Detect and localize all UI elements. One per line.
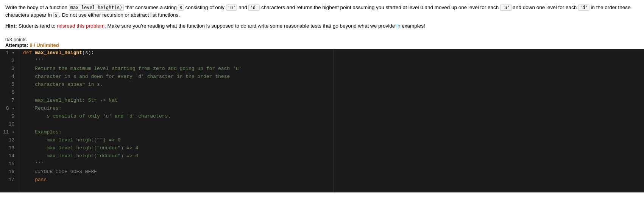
line-num-15: 15 xyxy=(3,160,16,168)
code-editor-wrapper: 1 ▾ 2 3 4 5 6 7 8 ▾ 9 10 11 ▾ 12 13 14 1… xyxy=(0,49,644,192)
code-line-5: characters appear in s. xyxy=(23,81,333,88)
line-num-11: 11 ▾ xyxy=(3,128,16,136)
attempts-value: 0 / Unlimited xyxy=(30,42,59,48)
line-num-9: 9 xyxy=(3,112,16,120)
line-num-1: 1 ▾ xyxy=(3,49,16,57)
code-line-6 xyxy=(23,88,333,96)
points-text: 0/3 points xyxy=(5,37,639,42)
hint-text: Hint: Students tend to misread this prob… xyxy=(5,22,639,30)
line-num-10: 10 xyxy=(3,120,16,128)
right-panel xyxy=(334,49,644,192)
char-u-code: 'u' xyxy=(226,5,237,11)
line-num-13: 13 xyxy=(3,144,16,152)
code-editor[interactable]: 1 ▾ 2 3 4 5 6 7 8 ▾ 9 10 11 ▾ 12 13 14 1… xyxy=(0,49,644,192)
line-num-16: 16 xyxy=(3,168,16,176)
code-line-9: s consists of only 'u' and 'd' character… xyxy=(23,112,333,120)
line-num-8: 8 ▾ xyxy=(3,104,16,112)
attempts-label: Attempts: xyxy=(5,42,28,48)
line-num-3: 3 xyxy=(3,65,16,73)
attempts-text: Attempts: 0 / Unlimited xyxy=(5,42,639,48)
code-content[interactable]: def max_level_height(s): ''' Returns the… xyxy=(19,49,333,192)
code-line-12: max_level_height("") => 0 xyxy=(23,136,333,144)
description-text: Write the body of a function max_level_h… xyxy=(5,4,639,19)
code-line-8: Requires: xyxy=(23,104,333,112)
hint-red-text: misread this problem xyxy=(57,23,104,29)
param-s-code: s xyxy=(178,5,184,11)
char-d-code: 'd' xyxy=(248,5,260,11)
code-line-16: ##YOUR CODE GOES HERE xyxy=(23,168,333,176)
char-d-code2: 'd' xyxy=(578,5,589,11)
line-num-12: 12 xyxy=(3,136,16,144)
code-line-11: Examples: xyxy=(23,128,333,136)
points-area: 0/3 points Attempts: 0 / Unlimited xyxy=(0,36,644,49)
line-num-6: 6 xyxy=(3,88,16,96)
line-num-2: 2 xyxy=(3,57,16,65)
line-num-5: 5 xyxy=(3,81,16,88)
function-name-code: max_level_height(s) xyxy=(69,5,124,11)
line-num-7: 7 xyxy=(3,96,16,104)
line-numbers: 1 ▾ 2 3 4 5 6 7 8 ▾ 9 10 11 ▾ 12 13 14 1… xyxy=(0,49,19,192)
code-line-4: character in s and down for every 'd' ch… xyxy=(23,73,333,81)
char-u-code2: 'u' xyxy=(500,5,511,11)
description-area: Write the body of a function max_level_h… xyxy=(0,0,644,36)
code-line-7: max_level_height: Str -> Nat xyxy=(23,96,333,104)
code-line-10 xyxy=(23,120,333,128)
code-line-2: ''' xyxy=(23,57,333,65)
code-line-3: Returns the maximum level starting from … xyxy=(23,65,333,73)
code-line-13: max_level_height("uuuduu") => 4 xyxy=(23,144,333,152)
code-line-14: max_level_height("ddddud") => 0 xyxy=(23,152,333,160)
code-line-1: def max_level_height(s): xyxy=(23,49,333,57)
param-s-code2: s xyxy=(53,12,59,18)
hint-label: Hint: xyxy=(5,23,17,29)
hint-body: Students tend to misread this problem. M… xyxy=(19,23,425,29)
code-line-15: ''' xyxy=(23,160,333,168)
code-line-17: pass xyxy=(23,176,333,184)
hint-blue-text: in xyxy=(396,23,401,29)
line-num-4: 4 xyxy=(3,73,16,81)
line-num-14: 14 xyxy=(3,152,16,160)
line-num-17: 17 xyxy=(3,176,16,184)
